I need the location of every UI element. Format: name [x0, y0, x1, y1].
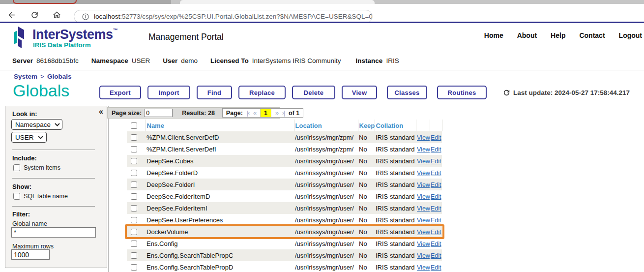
view-link[interactable]: View	[417, 264, 430, 271]
page-size-input[interactable]	[144, 109, 173, 117]
row-checkbox[interactable]	[131, 170, 137, 176]
url-path: :52773/csp/sys/exp/%25CSP.UI.Portal.Glob…	[120, 13, 372, 20]
row-checkbox[interactable]	[131, 134, 137, 141]
table-row: Ens.Config.SearchTablePropD/usr/irissys/…	[127, 261, 442, 272]
edit-link[interactable]: Edit	[431, 205, 441, 212]
view-link[interactable]: View	[417, 134, 430, 141]
site-info-icon[interactable]	[82, 13, 89, 21]
row-checkbox[interactable]	[131, 241, 137, 247]
global-name: DockerVolume	[146, 226, 294, 238]
row-checkbox[interactable]	[131, 158, 137, 164]
delete-button[interactable]: Delete	[292, 86, 335, 99]
row-checkbox[interactable]	[131, 181, 137, 188]
header-nav: Home About Help Contact Logout	[484, 31, 642, 39]
global-collation: IRIS standard	[375, 190, 416, 202]
edit-link[interactable]: Edit	[431, 146, 441, 153]
table-row: %ZPM.Client.ServerDefI/usr/irissys/mgr/z…	[127, 143, 442, 155]
view-link[interactable]: View	[417, 217, 430, 224]
edit-link[interactable]: Edit	[431, 134, 441, 141]
global-name: %ZPM.Client.ServerDefD	[146, 131, 294, 143]
edit-link[interactable]: Edit	[431, 229, 441, 236]
sidebar-divider	[12, 150, 95, 150]
global-name: DeepSee.Cubes	[146, 155, 294, 167]
row-checkbox[interactable]	[131, 146, 137, 152]
last-update-refresh-icon[interactable]	[502, 89, 511, 97]
row-checkbox[interactable]	[131, 217, 137, 223]
edit-link[interactable]: Edit	[431, 193, 441, 200]
sql-table-name-checkbox[interactable]	[13, 193, 20, 200]
edit-link[interactable]: Edit	[431, 264, 441, 271]
global-name: Ens.Config	[146, 238, 294, 249]
current-page[interactable]: 1	[260, 109, 271, 117]
find-button[interactable]: Find	[197, 86, 232, 99]
next-page-icon[interactable]: ››	[275, 110, 278, 117]
edit-link[interactable]: Edit	[431, 170, 441, 177]
replace-button[interactable]: Replace	[238, 86, 286, 99]
classes-button[interactable]: Classes	[387, 86, 427, 99]
view-link[interactable]: View	[417, 193, 430, 200]
nav-home[interactable]: Home	[484, 31, 503, 39]
export-button[interactable]: Export	[99, 86, 141, 99]
chevron-down-icon	[55, 123, 60, 126]
edit-link[interactable]: Edit	[431, 241, 441, 247]
row-checkbox[interactable]	[131, 264, 137, 271]
sidebar-divider	[12, 206, 95, 207]
refresh-icon[interactable]	[30, 10, 39, 20]
row-checkbox[interactable]	[131, 229, 137, 235]
last-update-text: Last update: 2024-05-27 17:58:44.217	[513, 89, 630, 96]
collapse-sidebar-icon[interactable]: «	[99, 107, 103, 116]
import-button[interactable]: Import	[147, 86, 190, 99]
table-row: DeepSee.FolderD/usr/irissys/mgr/user/NoI…	[127, 167, 442, 179]
routines-button[interactable]: Routines	[437, 86, 487, 99]
view-link[interactable]: View	[417, 241, 430, 247]
home-icon[interactable]	[52, 10, 61, 20]
global-location: /usr/irissys/mgr/user/	[294, 214, 358, 226]
row-checkbox[interactable]	[131, 252, 137, 259]
view-link[interactable]: View	[417, 146, 430, 153]
chevron-down-icon	[38, 136, 43, 139]
max-rows-input[interactable]	[11, 249, 50, 260]
prev-page-icon[interactable]: ‹‹	[253, 110, 256, 117]
nav-logout[interactable]: Logout	[619, 31, 642, 39]
portal-title: Management Portal	[148, 32, 224, 42]
view-link[interactable]: View	[417, 181, 430, 188]
last-update: Last update: 2024-05-27 17:58:44.217	[502, 89, 630, 97]
nav-about[interactable]: About	[517, 31, 537, 39]
system-items-checkbox[interactable]	[13, 164, 20, 171]
view-link[interactable]: View	[417, 252, 430, 259]
scope-select[interactable]: Namespace	[11, 119, 62, 130]
back-icon[interactable]	[7, 10, 16, 20]
global-collation: IRIS standard	[375, 249, 416, 261]
page-label: Page:	[226, 110, 243, 117]
row-checkbox[interactable]	[131, 205, 137, 212]
view-link[interactable]: View	[417, 158, 430, 165]
namespace-select[interactable]: USER	[11, 132, 47, 143]
view-link[interactable]: View	[417, 205, 430, 212]
last-page-icon[interactable]: ›|	[282, 110, 285, 117]
edit-link[interactable]: Edit	[431, 252, 441, 259]
edit-link[interactable]: Edit	[431, 217, 441, 224]
row-checkbox[interactable]	[131, 193, 137, 200]
table-row: DeepSee.FolderItemI/usr/irissys/mgr/user…	[127, 202, 442, 214]
select-all-checkbox[interactable]	[131, 122, 137, 129]
first-page-icon[interactable]: |‹	[247, 110, 249, 117]
breadcrumb-system-link[interactable]: System	[14, 73, 37, 80]
global-location: /usr/irissys/mgr/user/	[294, 155, 358, 167]
view-link[interactable]: View	[417, 229, 430, 236]
view-link[interactable]: View	[417, 170, 430, 177]
address-bar[interactable]: localhost:52773/csp/sys/exp/%25CSP.UI.Po…	[74, 10, 373, 23]
global-name-input[interactable]	[11, 227, 96, 238]
edit-link[interactable]: Edit	[431, 181, 441, 188]
global-location: /usr/irissys/mgr/zpm/	[294, 131, 358, 143]
scope-select-value: Namespace	[15, 121, 51, 128]
table-row: Ens.Config/usr/irissys/mgr/user/NoIRIS s…	[127, 238, 442, 249]
view-button[interactable]: View	[342, 86, 377, 99]
nav-help[interactable]: Help	[551, 31, 565, 39]
active-tab[interactable]	[180, 0, 375, 4]
sql-table-name-label: SQL table name	[24, 193, 68, 200]
edit-link[interactable]: Edit	[431, 158, 441, 165]
page-title: Globals	[13, 81, 69, 100]
nav-contact[interactable]: Contact	[579, 31, 605, 39]
table-row: Ens.Config.SearchTablePropC/usr/irissys/…	[127, 249, 442, 261]
intersystems-logo-icon	[14, 27, 29, 48]
